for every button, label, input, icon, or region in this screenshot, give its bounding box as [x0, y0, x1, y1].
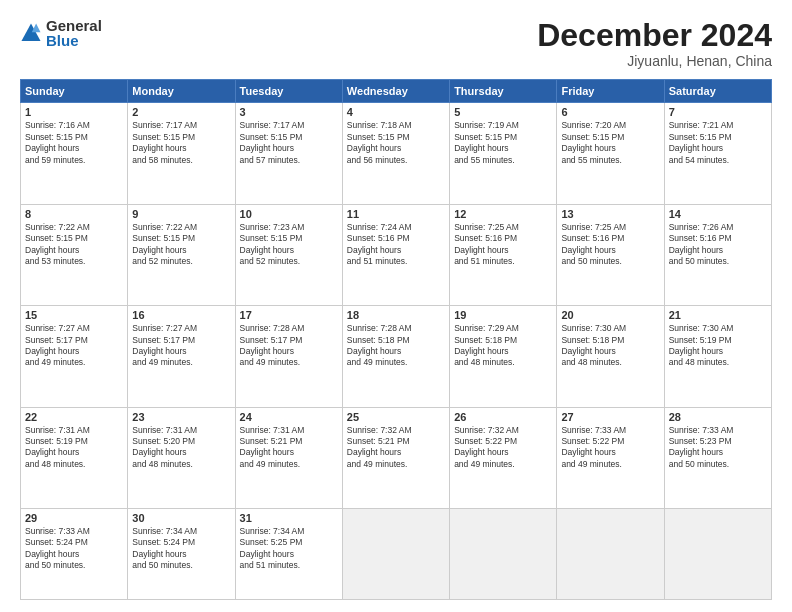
day-number: 7 — [669, 106, 767, 118]
day-number: 2 — [132, 106, 230, 118]
calendar-cell: 30 Sunrise: 7:34 AMSunset: 5:24 PMDaylig… — [128, 508, 235, 599]
calendar-cell: 31 Sunrise: 7:34 AMSunset: 5:25 PMDaylig… — [235, 508, 342, 599]
day-info: Sunrise: 7:25 AMSunset: 5:16 PMDaylight … — [454, 222, 552, 268]
calendar-cell — [557, 508, 664, 599]
calendar-cell: 26 Sunrise: 7:32 AMSunset: 5:22 PMDaylig… — [450, 407, 557, 508]
day-number: 21 — [669, 309, 767, 321]
day-info: Sunrise: 7:28 AMSunset: 5:18 PMDaylight … — [347, 323, 445, 369]
day-info: Sunrise: 7:19 AMSunset: 5:15 PMDaylight … — [454, 120, 552, 166]
calendar-cell: 4 Sunrise: 7:18 AMSunset: 5:15 PMDayligh… — [342, 103, 449, 204]
calendar-cell — [342, 508, 449, 599]
day-info: Sunrise: 7:17 AMSunset: 5:15 PMDaylight … — [132, 120, 230, 166]
day-number: 5 — [454, 106, 552, 118]
logo-general: General — [46, 18, 102, 33]
calendar-cell: 6 Sunrise: 7:20 AMSunset: 5:15 PMDayligh… — [557, 103, 664, 204]
calendar-cell: 12 Sunrise: 7:25 AMSunset: 5:16 PMDaylig… — [450, 204, 557, 305]
day-number: 24 — [240, 411, 338, 423]
calendar-cell: 19 Sunrise: 7:29 AMSunset: 5:18 PMDaylig… — [450, 306, 557, 407]
day-info: Sunrise: 7:31 AMSunset: 5:20 PMDaylight … — [132, 425, 230, 471]
day-info: Sunrise: 7:34 AMSunset: 5:25 PMDaylight … — [240, 526, 338, 572]
day-number: 14 — [669, 208, 767, 220]
header: General Blue December 2024 Jiyuanlu, Hen… — [20, 18, 772, 69]
calendar-cell: 1 Sunrise: 7:16 AMSunset: 5:15 PMDayligh… — [21, 103, 128, 204]
col-wednesday: Wednesday — [342, 80, 449, 103]
day-info: Sunrise: 7:31 AMSunset: 5:19 PMDaylight … — [25, 425, 123, 471]
day-number: 29 — [25, 512, 123, 524]
calendar-cell: 16 Sunrise: 7:27 AMSunset: 5:17 PMDaylig… — [128, 306, 235, 407]
calendar-cell: 2 Sunrise: 7:17 AMSunset: 5:15 PMDayligh… — [128, 103, 235, 204]
day-number: 27 — [561, 411, 659, 423]
calendar-cell: 8 Sunrise: 7:22 AMSunset: 5:15 PMDayligh… — [21, 204, 128, 305]
day-info: Sunrise: 7:31 AMSunset: 5:21 PMDaylight … — [240, 425, 338, 471]
day-info: Sunrise: 7:27 AMSunset: 5:17 PMDaylight … — [132, 323, 230, 369]
calendar-cell: 17 Sunrise: 7:28 AMSunset: 5:17 PMDaylig… — [235, 306, 342, 407]
day-info: Sunrise: 7:33 AMSunset: 5:23 PMDaylight … — [669, 425, 767, 471]
day-number: 28 — [669, 411, 767, 423]
calendar-cell: 14 Sunrise: 7:26 AMSunset: 5:16 PMDaylig… — [664, 204, 771, 305]
day-number: 13 — [561, 208, 659, 220]
day-info: Sunrise: 7:26 AMSunset: 5:16 PMDaylight … — [669, 222, 767, 268]
day-number: 23 — [132, 411, 230, 423]
day-info: Sunrise: 7:32 AMSunset: 5:21 PMDaylight … — [347, 425, 445, 471]
location: Jiyuanlu, Henan, China — [537, 53, 772, 69]
calendar-cell: 24 Sunrise: 7:31 AMSunset: 5:21 PMDaylig… — [235, 407, 342, 508]
calendar-cell: 28 Sunrise: 7:33 AMSunset: 5:23 PMDaylig… — [664, 407, 771, 508]
col-tuesday: Tuesday — [235, 80, 342, 103]
calendar-cell: 25 Sunrise: 7:32 AMSunset: 5:21 PMDaylig… — [342, 407, 449, 508]
logo-icon — [20, 22, 42, 44]
page: General Blue December 2024 Jiyuanlu, Hen… — [0, 0, 792, 612]
day-info: Sunrise: 7:24 AMSunset: 5:16 PMDaylight … — [347, 222, 445, 268]
calendar-cell: 27 Sunrise: 7:33 AMSunset: 5:22 PMDaylig… — [557, 407, 664, 508]
calendar-cell: 21 Sunrise: 7:30 AMSunset: 5:19 PMDaylig… — [664, 306, 771, 407]
day-number: 8 — [25, 208, 123, 220]
col-sunday: Sunday — [21, 80, 128, 103]
day-number: 1 — [25, 106, 123, 118]
day-number: 16 — [132, 309, 230, 321]
calendar-header: Sunday Monday Tuesday Wednesday Thursday… — [21, 80, 772, 103]
calendar-cell: 13 Sunrise: 7:25 AMSunset: 5:16 PMDaylig… — [557, 204, 664, 305]
title-block: December 2024 Jiyuanlu, Henan, China — [537, 18, 772, 69]
header-row: Sunday Monday Tuesday Wednesday Thursday… — [21, 80, 772, 103]
day-number: 6 — [561, 106, 659, 118]
day-number: 18 — [347, 309, 445, 321]
day-number: 26 — [454, 411, 552, 423]
day-info: Sunrise: 7:32 AMSunset: 5:22 PMDaylight … — [454, 425, 552, 471]
day-number: 11 — [347, 208, 445, 220]
calendar-cell: 3 Sunrise: 7:17 AMSunset: 5:15 PMDayligh… — [235, 103, 342, 204]
day-info: Sunrise: 7:30 AMSunset: 5:18 PMDaylight … — [561, 323, 659, 369]
day-number: 10 — [240, 208, 338, 220]
day-info: Sunrise: 7:29 AMSunset: 5:18 PMDaylight … — [454, 323, 552, 369]
day-number: 15 — [25, 309, 123, 321]
calendar-cell: 11 Sunrise: 7:24 AMSunset: 5:16 PMDaylig… — [342, 204, 449, 305]
day-info: Sunrise: 7:17 AMSunset: 5:15 PMDaylight … — [240, 120, 338, 166]
day-info: Sunrise: 7:34 AMSunset: 5:24 PMDaylight … — [132, 526, 230, 572]
logo-blue: Blue — [46, 33, 102, 48]
month-title: December 2024 — [537, 18, 772, 53]
calendar-cell: 9 Sunrise: 7:22 AMSunset: 5:15 PMDayligh… — [128, 204, 235, 305]
day-info: Sunrise: 7:16 AMSunset: 5:15 PMDaylight … — [25, 120, 123, 166]
day-info: Sunrise: 7:23 AMSunset: 5:15 PMDaylight … — [240, 222, 338, 268]
calendar-cell: 22 Sunrise: 7:31 AMSunset: 5:19 PMDaylig… — [21, 407, 128, 508]
calendar-table: Sunday Monday Tuesday Wednesday Thursday… — [20, 79, 772, 600]
day-number: 3 — [240, 106, 338, 118]
day-number: 12 — [454, 208, 552, 220]
calendar-cell — [664, 508, 771, 599]
calendar-body: 1 Sunrise: 7:16 AMSunset: 5:15 PMDayligh… — [21, 103, 772, 600]
calendar-cell: 18 Sunrise: 7:28 AMSunset: 5:18 PMDaylig… — [342, 306, 449, 407]
day-info: Sunrise: 7:30 AMSunset: 5:19 PMDaylight … — [669, 323, 767, 369]
calendar-cell: 29 Sunrise: 7:33 AMSunset: 5:24 PMDaylig… — [21, 508, 128, 599]
day-number: 31 — [240, 512, 338, 524]
day-number: 20 — [561, 309, 659, 321]
day-info: Sunrise: 7:28 AMSunset: 5:17 PMDaylight … — [240, 323, 338, 369]
day-number: 22 — [25, 411, 123, 423]
day-number: 9 — [132, 208, 230, 220]
day-info: Sunrise: 7:27 AMSunset: 5:17 PMDaylight … — [25, 323, 123, 369]
calendar-cell — [450, 508, 557, 599]
day-number: 17 — [240, 309, 338, 321]
col-saturday: Saturday — [664, 80, 771, 103]
day-info: Sunrise: 7:33 AMSunset: 5:24 PMDaylight … — [25, 526, 123, 572]
logo: General Blue — [20, 18, 102, 48]
day-info: Sunrise: 7:22 AMSunset: 5:15 PMDaylight … — [25, 222, 123, 268]
logo-text: General Blue — [46, 18, 102, 48]
col-thursday: Thursday — [450, 80, 557, 103]
